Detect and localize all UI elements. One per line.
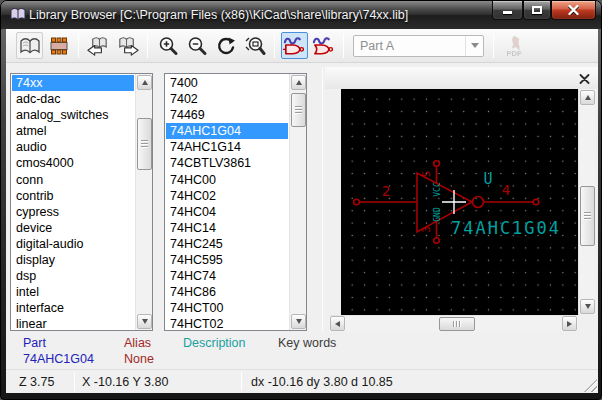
- scroll-left-button[interactable]: [330, 316, 345, 331]
- preview-vertical-scrollbar[interactable]: [578, 89, 595, 315]
- component-list-rows: 740074027446974AHC1G0474AHC1G1474CBTLV38…: [166, 75, 288, 329]
- list-item[interactable]: analog_switches: [12, 107, 134, 123]
- list-item[interactable]: display: [12, 252, 134, 268]
- zoom-fit-button[interactable]: [241, 32, 268, 59]
- alias-label: Alias: [124, 336, 151, 350]
- toolbar-separator: [343, 34, 344, 58]
- open-book-icon: [18, 35, 42, 57]
- close-icon: [568, 5, 579, 15]
- triangle-up-icon: [296, 80, 302, 85]
- list-item[interactable]: linear: [12, 316, 134, 329]
- list-item[interactable]: 74AHC1G14: [166, 139, 288, 155]
- list-item[interactable]: device: [12, 220, 134, 236]
- scroll-right-button[interactable]: [562, 316, 577, 331]
- list-item[interactable]: 74CBTLV3861: [166, 155, 288, 171]
- scrollbar-thumb[interactable]: [137, 118, 152, 170]
- triangle-down-icon: [585, 304, 591, 309]
- pin-5-number: 5: [420, 171, 433, 178]
- pin-3-number: 3: [420, 226, 433, 233]
- list-item[interactable]: cypress: [12, 204, 134, 220]
- triangle-up-icon: [142, 80, 148, 85]
- list-item[interactable]: dsp: [12, 268, 134, 284]
- scrollbar-thumb[interactable]: [291, 93, 306, 127]
- toolbar-separator: [147, 34, 148, 58]
- list-item[interactable]: 74HC00: [166, 172, 288, 188]
- next-part-button[interactable]: [114, 32, 141, 59]
- library-list-scrollbar[interactable]: [135, 74, 152, 330]
- resize-grip-icon[interactable]: [584, 379, 597, 392]
- list-item[interactable]: 74HC02: [166, 188, 288, 204]
- list-item[interactable]: 74469: [166, 107, 288, 123]
- list-item[interactable]: 74HC595: [166, 252, 288, 268]
- zoom-in-button[interactable]: [154, 32, 181, 59]
- minimize-icon: [503, 11, 512, 14]
- pin-4-number: 4: [502, 182, 510, 198]
- scrollbar-thumb[interactable]: [580, 186, 595, 246]
- normal-representation-button[interactable]: [281, 32, 308, 59]
- client-area: Part A PDF 74xxadc-dacanalog_switchesatm…: [6, 29, 598, 393]
- list-item[interactable]: conn: [12, 172, 134, 188]
- list-item[interactable]: 74xx: [12, 75, 134, 91]
- list-item[interactable]: 7402: [166, 91, 288, 107]
- list-item[interactable]: 74HC04: [166, 204, 288, 220]
- alias-value: None: [124, 352, 154, 366]
- select-part-button[interactable]: [45, 32, 72, 59]
- redraw-button[interactable]: [212, 32, 239, 59]
- select-library-button[interactable]: [16, 32, 43, 59]
- book-arrow-right-icon: [115, 34, 140, 58]
- list-item[interactable]: interface: [12, 300, 134, 316]
- minimize-button[interactable]: [492, 1, 523, 20]
- list-item[interactable]: 7400: [166, 75, 288, 91]
- triangle-up-icon: [585, 95, 591, 100]
- triangle-left-icon: [335, 321, 340, 327]
- pin-5-endpoint: [434, 161, 440, 167]
- list-item[interactable]: adc-dac: [12, 91, 134, 107]
- book-arrow-left-icon: [86, 34, 111, 58]
- list-item[interactable]: 74HC86: [166, 284, 288, 300]
- list-item[interactable]: 74AHC1G04: [166, 123, 288, 139]
- export-pdf-button[interactable]: PDF: [500, 32, 527, 59]
- inversion-bubble: [473, 197, 484, 208]
- de-morgan-representation-button[interactable]: [310, 32, 337, 59]
- zoom-fit-icon: [244, 35, 266, 57]
- toolbar-separator: [274, 34, 275, 58]
- pane-close-button[interactable]: [576, 71, 592, 86]
- window-title: Library Browser [C:\Program Files (x86)\…: [29, 8, 408, 22]
- list-item[interactable]: 74HCT02: [166, 316, 288, 329]
- list-item[interactable]: atmel: [12, 123, 134, 139]
- list-item[interactable]: 74HC74: [166, 268, 288, 284]
- list-item[interactable]: 74HC14: [166, 220, 288, 236]
- scroll-down-button[interactable]: [137, 314, 152, 329]
- scroll-up-button[interactable]: [580, 90, 595, 105]
- list-item[interactable]: digital-audio: [12, 236, 134, 252]
- close-button[interactable]: [551, 1, 596, 20]
- list-item[interactable]: 74HCT00: [166, 300, 288, 316]
- part-selector[interactable]: Part A: [353, 35, 484, 57]
- component-list-scrollbar[interactable]: [289, 74, 306, 330]
- preview-horizontal-scrollbar[interactable]: [329, 315, 578, 331]
- maximize-button[interactable]: [523, 1, 551, 20]
- reference-field: U: [483, 170, 492, 188]
- scroll-up-button[interactable]: [137, 75, 152, 90]
- pin-2-number: 2: [382, 183, 390, 199]
- close-icon: [579, 74, 590, 84]
- gate-demorgan-icon: [311, 34, 336, 58]
- value-field: 74AHC1G04: [451, 218, 561, 238]
- zoom-out-button[interactable]: [183, 32, 210, 59]
- scrollbar-thumb[interactable]: [439, 317, 475, 331]
- list-item[interactable]: 74HC245: [166, 236, 288, 252]
- list-item[interactable]: cmos4000: [12, 155, 134, 171]
- previous-part-button[interactable]: [85, 32, 112, 59]
- list-item[interactable]: contrib: [12, 188, 134, 204]
- list-item[interactable]: audio: [12, 139, 134, 155]
- scroll-down-button[interactable]: [291, 314, 306, 329]
- component-list: 740074027446974AHC1G0474AHC1G1474CBTLV38…: [164, 73, 307, 331]
- toolbar-separator: [493, 34, 494, 58]
- scroll-down-button[interactable]: [580, 299, 595, 314]
- library-browser-window: Library Browser [C:\Program Files (x86)\…: [0, 0, 602, 400]
- svg-text:PDF: PDF: [506, 49, 521, 58]
- symbol-canvas[interactable]: 2 4 5 3 VCC GND U 74AHC1G04: [341, 89, 578, 315]
- triangle-right-icon: [567, 321, 572, 327]
- scroll-up-button[interactable]: [291, 75, 306, 90]
- list-item[interactable]: intel: [12, 284, 134, 300]
